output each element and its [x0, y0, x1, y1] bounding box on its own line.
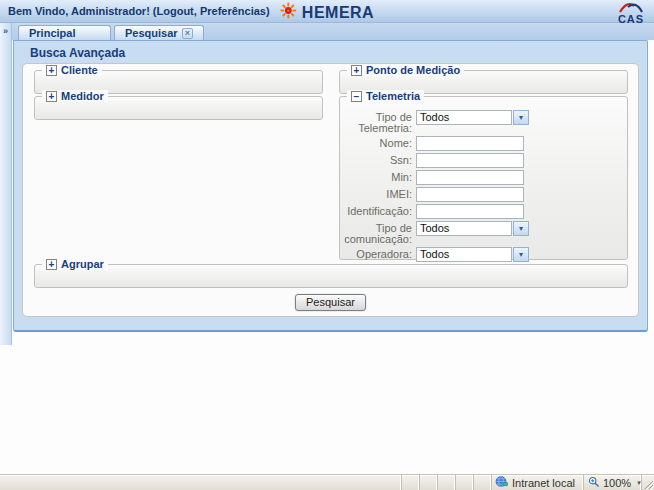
form-row: Operadora: Todos ▾ — [340, 247, 627, 262]
statusbar-cell — [0, 475, 402, 490]
welcome-bar: Bem Vindo, Administrador! (Logout, Prefe… — [8, 5, 270, 17]
zoom-magnifier-icon — [588, 476, 600, 490]
status-bar: Intranet local 100% ▾ — [0, 474, 654, 490]
section-agrupar-label: Agrupar — [61, 258, 104, 270]
section-medidor-header[interactable]: + Medidor — [42, 90, 108, 102]
security-zone-label: Intranet local — [512, 477, 575, 489]
section-telemetria-label: Telemetria — [366, 90, 420, 102]
field-label: Ssn: — [340, 153, 412, 166]
expand-icon[interactable]: + — [351, 65, 362, 76]
form-row: Tipo de Telemetria: Todos ▾ — [340, 110, 627, 134]
section-telemetria: − Telemetria Tipo de Telemetria: Todos ▾… — [339, 96, 628, 260]
section-ponto-medicao-label: Ponto de Medição — [366, 64, 460, 76]
hemera-logo: HEMERA — [280, 2, 374, 23]
tab-pesquisar-label: Pesquisar — [125, 27, 178, 39]
expand-sidebar-chevron-icon[interactable]: » — [0, 26, 11, 36]
tab-principal-label: Principal — [29, 27, 75, 39]
expand-icon[interactable]: + — [46, 91, 57, 102]
nome-input[interactable] — [416, 136, 524, 151]
search-panel: Busca Avançada + Cliente + Medidor + Pon… — [13, 40, 648, 332]
statusbar-cell — [456, 475, 474, 490]
section-ponto-medicao-header[interactable]: + Ponto de Medição — [347, 64, 464, 76]
close-icon[interactable]: × — [182, 28, 193, 39]
resize-grip[interactable] — [642, 475, 654, 490]
logout-link[interactable]: Logout — [157, 5, 194, 17]
telemetria-type-select[interactable]: Todos ▾ — [416, 110, 529, 125]
search-form-panel: + Cliente + Medidor + Ponto de Medição − — [22, 63, 639, 317]
field-label: IMEI: — [340, 187, 412, 200]
tab-bar: Principal Pesquisar × — [0, 23, 654, 40]
statusbar-cell — [474, 475, 492, 490]
sun-icon — [280, 2, 297, 23]
section-telemetria-header[interactable]: − Telemetria — [347, 90, 424, 102]
section-medidor-label: Medidor — [61, 90, 104, 102]
tab-principal[interactable]: Principal — [18, 25, 111, 40]
statusbar-cell — [420, 475, 438, 490]
sidebar-collapsed-strip: » — [0, 23, 12, 345]
section-agrupar-header[interactable]: + Agrupar — [42, 258, 108, 270]
collapse-icon[interactable]: − — [351, 91, 362, 102]
form-row: Tipo de comunicação: Todos ▾ — [340, 221, 627, 245]
field-label: Min: — [340, 170, 412, 183]
operadora-select[interactable]: Todos ▾ — [416, 247, 529, 262]
chevron-down-icon[interactable]: ▾ — [513, 247, 529, 262]
security-zone-cell: Intranet local — [492, 475, 584, 490]
chevron-down-icon[interactable]: ▾ — [513, 221, 529, 236]
ssn-input[interactable] — [416, 153, 524, 168]
select-value: Todos — [416, 110, 512, 125]
telemetria-form: Tipo de Telemetria: Todos ▾ Nome: Ssn: — [340, 97, 627, 262]
page-title: Busca Avançada — [30, 46, 125, 60]
top-header: Bem Vindo, Administrador! (Logout, Prefe… — [0, 0, 654, 23]
expand-icon[interactable]: + — [46, 259, 57, 270]
form-row: Nome: — [340, 136, 627, 151]
min-input[interactable] — [416, 170, 524, 185]
pesquisar-button[interactable]: Pesquisar — [295, 294, 366, 311]
identificacao-input[interactable] — [416, 204, 524, 219]
imei-input[interactable] — [416, 187, 524, 202]
button-row: Pesquisar — [23, 292, 638, 311]
tab-pesquisar[interactable]: Pesquisar × — [114, 25, 204, 40]
expand-icon[interactable]: + — [46, 65, 57, 76]
intranet-globe-icon — [495, 475, 508, 490]
chevron-down-icon[interactable]: ▾ — [513, 110, 529, 125]
welcome-suffix: ) — [266, 5, 270, 17]
form-row: Ssn: — [340, 153, 627, 168]
zoom-caret-icon[interactable]: ▾ — [637, 479, 641, 487]
application-window: Bem Vindo, Administrador! (Logout, Prefe… — [0, 0, 654, 490]
field-label: Tipo de comunicação: — [340, 221, 412, 245]
select-value: Todos — [416, 221, 512, 236]
zoom-control[interactable]: 100% ▾ — [584, 475, 642, 490]
section-cliente-label: Cliente — [61, 64, 98, 76]
zoom-level: 100% — [603, 477, 631, 489]
select-value: Todos — [416, 247, 512, 262]
form-row: Min: — [340, 170, 627, 185]
section-cliente-header[interactable]: + Cliente — [42, 64, 102, 76]
section-medidor: + Medidor — [34, 96, 323, 120]
preferences-link[interactable]: Preferências — [200, 5, 266, 17]
brand-name: HEMERA — [302, 4, 374, 22]
comunicacao-type-select[interactable]: Todos ▾ — [416, 221, 529, 236]
form-row: Identificação: — [340, 204, 627, 219]
field-label: Identificação: — [340, 204, 412, 217]
form-row: IMEI: — [340, 187, 627, 202]
statusbar-cell — [438, 475, 456, 490]
field-label: Operadora: — [340, 247, 412, 260]
statusbar-cell — [402, 475, 420, 490]
field-label: Tipo de Telemetria: — [340, 110, 412, 134]
section-agrupar: + Agrupar — [34, 264, 628, 288]
field-label: Nome: — [340, 136, 412, 149]
welcome-text: Bem Vindo, Administrador! ( — [8, 5, 157, 17]
